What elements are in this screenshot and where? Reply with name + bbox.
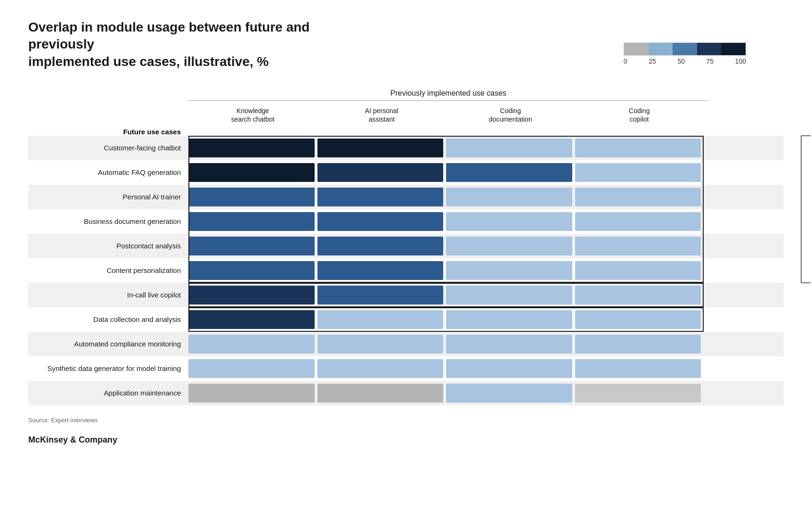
prioritized-bracket: Prioritized (796, 136, 812, 283)
grid: Prioritized Customer-facing chatbot (28, 136, 784, 405)
row-customer-facing-chatbot: Customer-facing chatbot (28, 136, 784, 160)
cell-1 (188, 188, 315, 206)
cell-1 (188, 139, 315, 157)
cell-4 (575, 188, 701, 206)
cell-2 (317, 261, 444, 280)
row-compliance: Automated compliance monitoring (28, 332, 784, 356)
cell-1 (188, 261, 315, 280)
row-label: Personal AI trainer (28, 193, 188, 201)
cells (188, 307, 701, 332)
source-text: Source: Expert interviews (28, 417, 784, 424)
cell-4 (575, 335, 701, 353)
cells (188, 136, 701, 160)
row-data-collection-wrapper: Data collection and analysis (28, 307, 784, 332)
cell-2 (317, 188, 444, 206)
col-header-3: Codingdocumentation (446, 105, 575, 125)
cell-4 (575, 310, 701, 329)
cell-1 (188, 359, 315, 378)
row-postcontact: Postcontact analysis (28, 234, 784, 258)
row-synthetic-data: Synthetic data generator for model train… (28, 356, 784, 381)
cell-1 (188, 310, 315, 329)
row-label: In-call live copilot (28, 291, 188, 299)
row-label: Automated compliance monitoring (28, 340, 188, 348)
row-content-personalization: Content personalization (28, 258, 784, 283)
cell-1 (188, 384, 315, 403)
row-personal-ai-trainer: Personal AI trainer (28, 185, 784, 209)
company-name: McKinsey & Company (28, 435, 784, 445)
cell-4 (575, 163, 701, 182)
row-label: Business document generation (28, 217, 188, 225)
chart-area: Previously implemented use cases Knowled… (28, 89, 784, 405)
row-label: Postcontact analysis (28, 242, 188, 250)
cell-2 (317, 359, 444, 378)
cell-2 (317, 384, 444, 403)
row-data-collection: Data collection and analysis (28, 307, 784, 332)
future-use-cases-label: Future use cases (28, 128, 188, 136)
cells (188, 160, 701, 185)
row-label: Automatic FAQ generation (28, 168, 188, 176)
row-incall-live: In-call live copilot (28, 283, 784, 307)
legend-labels: 0 25 50 75 100 (624, 58, 746, 65)
chart-title: Overlap in module usage between future a… (28, 19, 358, 70)
row-label: Application maintenance (28, 389, 188, 397)
cells (188, 356, 701, 381)
row-business-doc: Business document generation (28, 209, 784, 234)
cell-4 (575, 212, 701, 231)
col-header-2: AI personalassistant (317, 105, 447, 125)
cell-1 (188, 286, 315, 304)
cell-3 (446, 237, 572, 255)
row-label: Content personalization (28, 266, 188, 274)
legend-bar (624, 42, 746, 56)
cells (188, 381, 701, 405)
cell-2 (317, 139, 444, 157)
cell-1 (188, 212, 315, 231)
cell-2 (317, 286, 444, 304)
cell-1 (188, 335, 315, 353)
cell-3 (446, 163, 572, 182)
previously-label: Previously implemented use cases (188, 89, 708, 101)
cell-4 (575, 359, 701, 378)
cell-3 (446, 212, 572, 231)
legend: 0 25 50 75 100 (624, 42, 746, 65)
cell-1 (188, 237, 315, 255)
cell-3 (446, 188, 572, 206)
cell-3 (446, 359, 572, 378)
cell-3 (446, 384, 572, 403)
col-header-4: Codingcopilot (575, 105, 704, 125)
row-automatic-faq: Automatic FAQ generation (28, 160, 784, 185)
cell-3 (446, 310, 572, 329)
cell-3 (446, 335, 572, 353)
col-header-1: Knowledgesearch chatbot (188, 105, 317, 125)
cells (188, 332, 701, 356)
cells (188, 283, 701, 307)
cell-3 (446, 139, 572, 157)
row-application-maintenance: Application maintenance (28, 381, 784, 405)
cell-2 (317, 163, 444, 182)
cell-4 (575, 139, 701, 157)
cell-4 (575, 384, 701, 403)
cell-4 (575, 237, 701, 255)
cells (188, 209, 701, 234)
cell-4 (575, 261, 701, 280)
cell-3 (446, 286, 572, 304)
cell-2 (317, 212, 444, 231)
cell-4 (575, 286, 701, 304)
cells (188, 258, 701, 283)
row-label: Customer-facing chatbot (28, 144, 188, 152)
cells (188, 185, 701, 209)
row-incall: In-call live copilot (28, 283, 784, 307)
row-label: Data collection and analysis (28, 315, 188, 323)
cell-3 (446, 261, 572, 280)
cell-2 (317, 335, 444, 353)
cells (188, 234, 701, 258)
cell-1 (188, 163, 315, 182)
row-label: Synthetic data generator for model train… (28, 364, 188, 372)
cell-2 (317, 237, 444, 255)
cell-2 (317, 310, 444, 329)
